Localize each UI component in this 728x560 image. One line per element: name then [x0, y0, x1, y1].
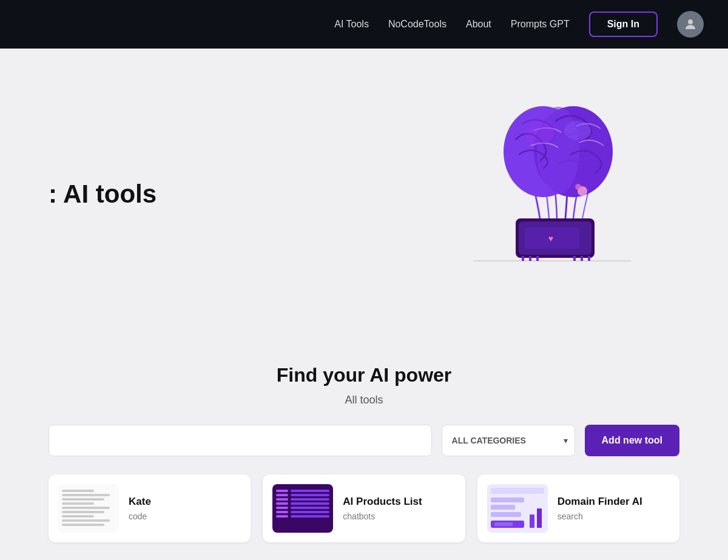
tool-name-kate: Kate [129, 496, 151, 508]
svg-point-16 [564, 121, 591, 140]
ailist-dot [276, 515, 288, 518]
sign-in-button[interactable]: Sign In [589, 12, 658, 37]
svg-point-0 [688, 19, 693, 24]
tool-card-kate[interactable]: Kate code [49, 474, 251, 542]
svg-point-15 [525, 123, 555, 144]
ailist-dot-long [291, 494, 329, 496]
ailist-dot-long [291, 498, 329, 501]
ailist-dot-long [291, 511, 329, 513]
svg-rect-20 [491, 488, 544, 494]
category-wrapper: ALL CATEGORIES Chatbots Search Code Desi… [442, 425, 575, 456]
add-new-tool-button[interactable]: Add new tool [585, 425, 679, 456]
ailist-dot [276, 511, 288, 513]
svg-rect-25 [537, 508, 542, 528]
svg-rect-21 [491, 498, 524, 502]
find-section: Find your AI power All tools [49, 352, 679, 425]
tool-card-ailist[interactable]: AI Products List chatbots [263, 474, 465, 542]
kate-line [62, 507, 110, 509]
tool-name-ailist: AI Products List [343, 496, 422, 508]
tool-category-domain: search [558, 511, 642, 521]
svg-rect-11 [588, 256, 590, 261]
search-input[interactable] [49, 425, 432, 456]
tool-category-kate: code [129, 511, 151, 521]
tool-info-domain: Domain Finder AI search [558, 496, 642, 521]
ailist-row [276, 490, 329, 492]
hero-title: : AI tools [49, 180, 157, 209]
tool-info-kate: Kate code [129, 496, 151, 521]
nav-ai-tools[interactable]: AI Tools [334, 19, 369, 30]
kate-line [62, 498, 104, 501]
main-content: Find your AI power All tools ALL CATEGOR… [0, 340, 728, 560]
svg-point-18 [575, 184, 581, 190]
tool-category-ailist: chatbots [343, 511, 422, 521]
hero-section: : AI tools ♥ [0, 49, 728, 340]
tool-thumbnail-ailist [272, 484, 333, 533]
svg-rect-24 [530, 514, 534, 528]
ailist-dot-long [291, 507, 329, 509]
ailist-dot-long [291, 490, 329, 492]
svg-rect-9 [573, 256, 576, 261]
nav-about[interactable]: About [466, 19, 491, 30]
kate-line [62, 515, 94, 518]
ailist-row [276, 511, 329, 513]
domain-thumb-svg [487, 484, 548, 533]
ailist-row [276, 502, 329, 505]
navbar: AI Tools NoCodeTools About Prompts GPT S… [0, 0, 728, 49]
nav-prompts-gpt[interactable]: Prompts GPT [511, 19, 570, 30]
find-title: Find your AI power [49, 364, 679, 386]
kate-line [62, 494, 110, 496]
svg-rect-10 [581, 256, 583, 261]
nav-links: AI Tools NoCodeTools About Prompts GPT [334, 19, 569, 30]
nav-nocode-tools[interactable]: NoCodeTools [388, 19, 447, 30]
kate-line [62, 524, 104, 526]
ailist-dot [276, 498, 288, 501]
ailist-dot [276, 490, 288, 492]
kate-line [62, 519, 110, 522]
ailist-dot [276, 507, 288, 509]
ailist-dot [276, 502, 288, 505]
svg-rect-6 [522, 256, 524, 261]
find-subtitle: All tools [49, 394, 679, 407]
search-row: ALL CATEGORIES Chatbots Search Code Desi… [49, 425, 679, 456]
svg-rect-22 [491, 505, 515, 510]
user-avatar-button[interactable] [677, 11, 704, 38]
ailist-dot [276, 494, 288, 496]
user-icon [683, 17, 698, 32]
ailist-row [276, 498, 329, 501]
tool-name-domain: Domain Finder AI [558, 496, 642, 508]
svg-rect-8 [536, 256, 539, 261]
brain-svg: ♥ [461, 61, 643, 279]
tool-info-ailist: AI Products List chatbots [343, 496, 422, 521]
ailist-row [276, 515, 329, 518]
kate-line [62, 511, 104, 513]
kate-line [62, 502, 94, 505]
tool-thumbnail-domain [487, 484, 548, 533]
svg-rect-27 [494, 522, 513, 526]
ailist-dot-long [291, 515, 329, 518]
tool-thumbnail-kate [58, 484, 119, 533]
tools-grid: Kate code [49, 474, 679, 542]
svg-text:♥: ♥ [548, 234, 553, 243]
ailist-row [276, 494, 329, 496]
ailist-thumb-content [272, 484, 333, 533]
svg-rect-23 [491, 512, 521, 517]
kate-line [62, 490, 94, 492]
kate-thumb-content [58, 484, 119, 533]
category-select[interactable]: ALL CATEGORIES Chatbots Search Code Desi… [442, 425, 575, 456]
svg-rect-7 [529, 256, 531, 261]
ailist-dot-long [291, 502, 329, 505]
tool-card-domain[interactable]: Domain Finder AI search [477, 474, 679, 542]
ailist-row [276, 507, 329, 509]
hero-brain-illustration: ♥ [461, 61, 643, 279]
